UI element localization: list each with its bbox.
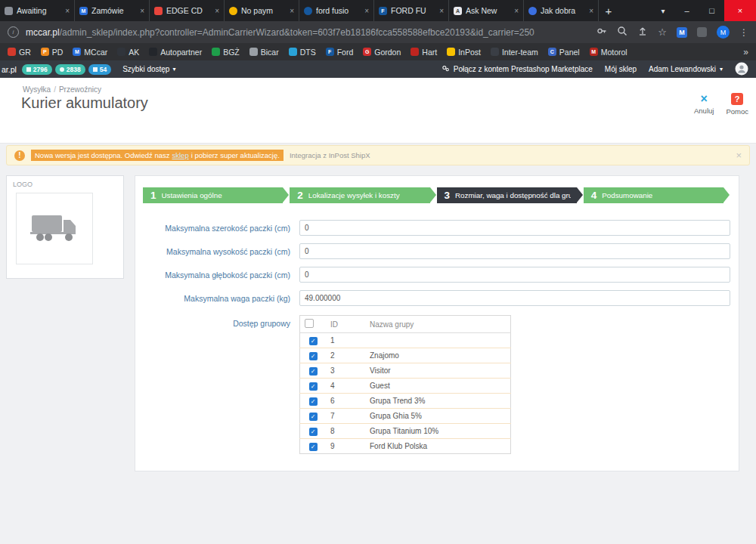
bookmark-favicon bbox=[491, 48, 499, 56]
zoom-icon[interactable] bbox=[617, 26, 627, 39]
bookmark-item[interactable]: DTS bbox=[289, 48, 316, 57]
my-shop-link[interactable]: Mój sklep bbox=[605, 65, 637, 73]
carrier-logo-card: LOGO bbox=[6, 175, 124, 279]
user-menu[interactable]: Adam Lewandowski ▾ bbox=[649, 65, 723, 73]
bookmark-item[interactable]: AK bbox=[117, 48, 139, 57]
group-checkbox[interactable]: ✓ bbox=[309, 428, 318, 436]
bookmark-item[interactable]: Hart bbox=[411, 48, 437, 57]
cancel-button[interactable]: × Anuluj bbox=[694, 93, 714, 116]
maximize-button[interactable]: □ bbox=[699, 0, 724, 21]
cancel-x-icon: × bbox=[701, 93, 708, 104]
bookmark-item[interactable]: InPost bbox=[447, 48, 481, 57]
group-checkbox[interactable]: ✓ bbox=[309, 443, 318, 451]
group-checkbox[interactable]: ✓ bbox=[309, 413, 318, 421]
field-input[interactable] bbox=[299, 267, 730, 283]
customers-badge[interactable]: 2838 bbox=[55, 64, 85, 75]
tab-favicon bbox=[154, 7, 163, 15]
tab-close-icon[interactable]: × bbox=[290, 7, 294, 15]
bookmark-item[interactable]: FFord bbox=[326, 48, 354, 57]
wizard-step-4[interactable]: 4Podsumowanie bbox=[584, 187, 723, 203]
tab-title: ford fusio bbox=[316, 6, 361, 15]
bookmark-item[interactable]: CPanel bbox=[548, 48, 580, 57]
group-name: Ford Klub Polska bbox=[365, 439, 511, 454]
group-access-table: ID Nazwa grupy ✓1✓2Znajomo✓3Visitor✓4Gue… bbox=[299, 315, 511, 454]
tab-title: FORD FU bbox=[391, 6, 435, 15]
bookmark-item[interactable]: MMotorol bbox=[590, 48, 627, 57]
tab-close-icon[interactable]: × bbox=[589, 7, 593, 15]
browser-tab[interactable]: MZamówie× bbox=[75, 0, 150, 21]
wizard-step-2[interactable]: 2Lokalizacje wysyłek i koszty bbox=[290, 187, 429, 203]
bookmark-label: AK bbox=[129, 48, 139, 57]
tab-favicon bbox=[528, 7, 537, 15]
bookmarks-overflow-icon[interactable]: » bbox=[743, 47, 748, 57]
bookmark-item[interactable]: MMCcar bbox=[73, 48, 107, 57]
group-checkbox[interactable]: ✓ bbox=[309, 367, 318, 376]
help-label: Pomoc bbox=[726, 107, 748, 116]
notice-close-icon[interactable]: × bbox=[736, 150, 742, 161]
group-checkbox[interactable]: ✓ bbox=[309, 337, 318, 345]
page-info-icon[interactable]: i bbox=[8, 26, 19, 38]
tab-list-chevron-icon[interactable]: ▾ bbox=[652, 0, 674, 21]
tab-close-icon[interactable]: × bbox=[140, 7, 144, 15]
breadcrumb-przewoznicy[interactable]: Przewoźnicy bbox=[59, 85, 101, 94]
field-input[interactable] bbox=[299, 220, 730, 236]
shop-name[interactable]: ar.pl bbox=[2, 65, 17, 74]
bookmark-item[interactable]: PPD bbox=[41, 48, 64, 57]
help-button[interactable]: ? Pomoc bbox=[726, 93, 748, 116]
browser-tab[interactable]: ford fusio× bbox=[299, 0, 374, 21]
wizard-step-1[interactable]: 1Ustawienia ogólne bbox=[143, 187, 283, 203]
bookmark-item[interactable]: Inter-team bbox=[491, 48, 538, 57]
tab-close-icon[interactable]: × bbox=[215, 7, 219, 15]
window-controls: ▾ – □ × bbox=[652, 0, 756, 21]
tab-close-icon[interactable]: × bbox=[514, 7, 519, 15]
wizard-step-3[interactable]: 3Rozmiar, waga i dostępność dla grup bbox=[437, 187, 577, 203]
browser-tab[interactable]: Awaiting× bbox=[0, 0, 75, 21]
browser-tab[interactable]: EDGE CD× bbox=[150, 0, 225, 21]
group-row: ✓9Ford Klub Polska bbox=[300, 439, 511, 454]
bookmark-item[interactable]: GGordon bbox=[363, 48, 401, 57]
extension-m-icon[interactable]: M bbox=[677, 27, 687, 38]
browser-tab[interactable]: No paym× bbox=[225, 0, 299, 21]
url-field[interactable]: mccar.pl/admin_sklep/index.php?controlle… bbox=[26, 27, 584, 38]
quick-access-menu[interactable]: Szybki dostęp ▾ bbox=[122, 65, 175, 73]
user-name: Adam Lewandowski bbox=[649, 65, 716, 73]
group-checkbox[interactable]: ✓ bbox=[309, 382, 318, 391]
select-all-checkbox[interactable] bbox=[305, 319, 314, 328]
window-close-button[interactable]: × bbox=[724, 0, 756, 21]
group-name: Guest bbox=[365, 379, 511, 394]
orders-badge[interactable]: 2796 bbox=[22, 64, 52, 75]
bookmark-label: PD bbox=[52, 48, 64, 57]
menu-kebab-icon[interactable]: ⋮ bbox=[739, 27, 748, 38]
tab-close-icon[interactable]: × bbox=[65, 7, 70, 15]
profile-avatar[interactable]: M bbox=[717, 26, 730, 39]
browser-tab[interactable]: Jak dobra× bbox=[524, 0, 599, 21]
messages-badge[interactable]: 54 bbox=[88, 64, 111, 75]
breadcrumb-wysylka[interactable]: Wysyłka bbox=[23, 85, 51, 94]
bookmark-star-icon[interactable]: ☆ bbox=[658, 27, 667, 37]
bookmark-favicon: P bbox=[41, 48, 49, 56]
browser-tab[interactable]: FFORD FU× bbox=[374, 0, 449, 21]
bookmark-item[interactable]: Bicar bbox=[249, 48, 279, 57]
group-checkbox[interactable]: ✓ bbox=[309, 352, 318, 360]
user-avatar-icon[interactable] bbox=[735, 62, 748, 77]
notice-shop-link[interactable]: sklep bbox=[172, 151, 188, 159]
bookmark-item[interactable]: GR bbox=[8, 48, 31, 57]
field-input[interactable] bbox=[299, 243, 730, 259]
share-icon[interactable] bbox=[637, 26, 648, 39]
group-name: Znajomo bbox=[365, 348, 511, 363]
extension-icon[interactable] bbox=[697, 27, 707, 37]
group-access-row: Dostęp grupowy ID Nazwa grupy ✓1✓2Znajom… bbox=[135, 315, 739, 454]
field-input[interactable] bbox=[299, 290, 730, 306]
browser-tab[interactable]: AAsk New× bbox=[449, 0, 524, 21]
minimize-button[interactable]: – bbox=[674, 0, 699, 21]
tab-close-icon[interactable]: × bbox=[439, 7, 444, 15]
step-label: Ustawienia ogólne bbox=[162, 191, 222, 199]
key-icon[interactable] bbox=[596, 26, 607, 39]
tab-title: Jak dobra bbox=[541, 6, 585, 15]
new-tab-button[interactable]: + bbox=[599, 0, 618, 21]
tab-close-icon[interactable]: × bbox=[364, 7, 369, 15]
marketplace-link[interactable]: Połącz z kontem Prestashop Marketplace bbox=[442, 64, 593, 74]
bookmark-item[interactable]: Autopartner bbox=[149, 48, 202, 57]
group-checkbox[interactable]: ✓ bbox=[309, 397, 318, 406]
bookmark-item[interactable]: BGŻ bbox=[212, 48, 240, 57]
